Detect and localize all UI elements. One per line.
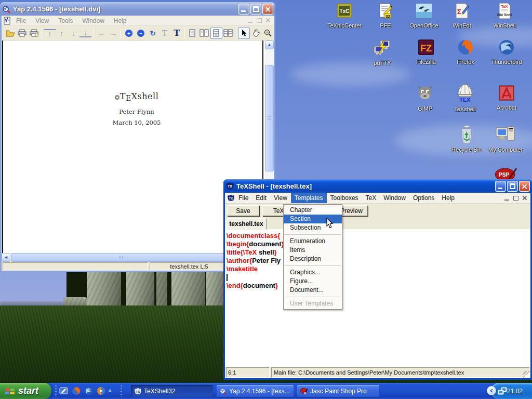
network-status-icon[interactable]	[498, 387, 507, 395]
menu-view[interactable]: View	[270, 193, 291, 203]
yap-mdi-restore-icon[interactable]	[256, 17, 263, 24]
menu-window[interactable]: Window	[380, 193, 409, 203]
yap-menubar: File View Tools Window Help	[2, 16, 274, 26]
winshell-icon: TeX Win Shell	[495, 3, 514, 20]
last-page-icon[interactable]: ↓	[79, 29, 91, 37]
horizontal-scrollbar-thumb[interactable]	[11, 253, 231, 262]
desktop-icon-putty[interactable]: puTTY	[361, 39, 404, 67]
yap-menu-window[interactable]: Window	[77, 16, 109, 25]
menu-edit[interactable]: Edit	[252, 193, 270, 203]
menu-item-items[interactable]: Items	[284, 246, 342, 255]
mdi-close-icon[interactable]	[521, 195, 528, 202]
menu-toolboxes[interactable]: Toolboxes	[327, 193, 362, 203]
menu-item-enumeration[interactable]: Enumeration	[284, 237, 342, 246]
desktop-icon-firefox[interactable]: Firefox	[444, 39, 487, 66]
first-page-icon[interactable]: ↑	[44, 29, 56, 37]
taskbar-task-texshell[interactable]: TX TeXShell32	[131, 385, 213, 397]
quicklaunch-overflow-chevron[interactable]: »	[109, 388, 115, 396]
hand-tool-icon[interactable]	[250, 28, 262, 39]
magnifier-tool-icon[interactable]	[262, 28, 274, 39]
quicklaunch-show-desktop-icon[interactable]	[59, 387, 68, 395]
icon-label: TeXshell	[454, 106, 476, 112]
yap-menu-help[interactable]: Help	[109, 16, 131, 25]
desktop-icon-my-computer[interactable]: My Computer	[484, 125, 527, 154]
yap-maximize-button[interactable]	[250, 4, 261, 15]
psp-icon: PSP	[494, 166, 517, 181]
scroll-left-button[interactable]: ◄	[2, 253, 10, 262]
texshell-titlebar[interactable]: TX TeXShell - [texshell.tex]	[223, 179, 532, 193]
yap-minimize-button[interactable]	[238, 4, 249, 15]
resize-grip[interactable]	[523, 371, 530, 378]
yap-mdi-minimize-icon[interactable]	[247, 17, 254, 24]
menu-item-chapter[interactable]: Chapter	[284, 206, 342, 215]
menu-item-document[interactable]: Document...	[284, 286, 342, 295]
single-page-view-icon[interactable]	[187, 28, 198, 39]
forward-icon[interactable]: →	[107, 28, 119, 39]
continuous-facing-view-icon[interactable]	[222, 28, 234, 39]
zoom-in-icon[interactable]: +	[125, 30, 132, 37]
desktop-icon-texniccenter[interactable]: TxC TeXnicCenter	[323, 3, 366, 30]
yap-menu-file[interactable]: File	[11, 16, 31, 25]
thunderbird-icon	[497, 39, 516, 57]
taskbar-task-yap[interactable]: Yap 2.4.1596 - [texs...	[217, 385, 294, 397]
texshell-minimize-button[interactable]	[495, 181, 506, 192]
yap-close-button[interactable]	[262, 4, 273, 15]
quicklaunch-thunderbird-icon[interactable]	[84, 387, 93, 395]
menu-templates[interactable]: Templates	[291, 193, 327, 203]
zoom-out-icon[interactable]: −	[137, 30, 144, 37]
desktop-icon-texshell[interactable]: TEX TeXshell	[443, 83, 487, 113]
texshell-editor[interactable]: \documentclass{ \begin{document} \title{…	[225, 230, 530, 367]
icon-label: WinEdt	[453, 22, 471, 29]
continuous-view-icon[interactable]	[210, 28, 222, 39]
yap-menu-view[interactable]: View	[31, 16, 54, 25]
text-mode-icon[interactable]: T	[171, 28, 183, 39]
yap-titlebar[interactable]: Yap 2.4.1596 - [texshell.dvi]	[0, 2, 275, 16]
select-tool-icon[interactable]	[238, 28, 250, 39]
refresh-icon[interactable]: ↻	[147, 28, 159, 39]
menu-options[interactable]: Options	[409, 193, 438, 203]
svg-text:32: 32	[386, 15, 390, 18]
taskbar-clock[interactable]: 21:02	[507, 388, 523, 395]
menu-file[interactable]: File	[235, 193, 252, 203]
menu-item-description[interactable]: Description	[284, 255, 342, 263]
menu-help[interactable]: Help	[438, 193, 458, 203]
desktop-icon-filezilla[interactable]: FZ FileZilla	[404, 39, 448, 66]
desktop-icon-acrobat[interactable]: Acrobat	[485, 85, 528, 112]
icon-label: Thunderbird	[491, 59, 522, 65]
taskbar-task-paintshoppro[interactable]: 8 Jasc Paint Shop Pro	[297, 385, 379, 397]
yap-mdi-close-icon[interactable]	[264, 17, 272, 24]
desktop-icon-gimp[interactable]: GIMP	[403, 85, 447, 113]
quicklaunch-firefox-icon[interactable]	[72, 387, 81, 395]
facing-pages-view-icon[interactable]	[198, 28, 210, 39]
scroll-up-button[interactable]: ▲	[265, 41, 274, 49]
quicklaunch-media-player-icon[interactable]	[97, 387, 105, 395]
mdi-minimize-icon[interactable]	[503, 195, 511, 202]
texshell-maximize-button[interactable]	[507, 181, 518, 192]
desktop-icon-pfe[interactable]: 32 PFE	[364, 3, 407, 30]
back-icon[interactable]: ←	[95, 28, 107, 39]
desktop-icon-winedt[interactable]: Σ WinEdt	[440, 3, 484, 30]
start-button[interactable]: start	[0, 383, 51, 399]
yap-toolbar: ↑ ↑ ↓ ↓ ← → + − ↻ T T	[2, 26, 274, 41]
open-file-icon[interactable]	[4, 28, 16, 39]
save-button[interactable]: Save	[227, 205, 259, 216]
mdi-restore-icon[interactable]	[512, 195, 520, 202]
previous-page-icon[interactable]: ↑	[56, 28, 68, 39]
menu-item-graphics[interactable]: Graphics...	[284, 268, 342, 277]
vertical-scrollbar-thumb[interactable]	[265, 65, 274, 171]
desktop-icon-winshell[interactable]: TeX Win Shell WinShell	[483, 3, 526, 30]
icon-label: Recycle Bin	[451, 147, 482, 153]
menu-tex[interactable]: TeX	[362, 193, 380, 203]
print-page-icon[interactable]	[28, 28, 40, 39]
print-icon[interactable]	[16, 28, 28, 39]
yap-menu-tools[interactable]: Tools	[54, 16, 77, 25]
desktop-icon-openoffice[interactable]: OpenOffice	[402, 3, 446, 30]
desktop-icon-thunderbird[interactable]: Thunderbird	[485, 39, 528, 66]
hide-inactive-icons-button[interactable]	[487, 386, 496, 395]
desktop-icon-recycle-bin[interactable]: Recycle Bin	[445, 125, 488, 154]
next-page-icon[interactable]: ↓	[68, 28, 79, 39]
texshell-close-button[interactable]	[519, 181, 530, 192]
tab-texshell-tex[interactable]: texshell.tex	[226, 218, 267, 230]
char-metrics-icon[interactable]: T	[159, 28, 171, 39]
menu-item-figure[interactable]: Figure...	[284, 277, 342, 286]
